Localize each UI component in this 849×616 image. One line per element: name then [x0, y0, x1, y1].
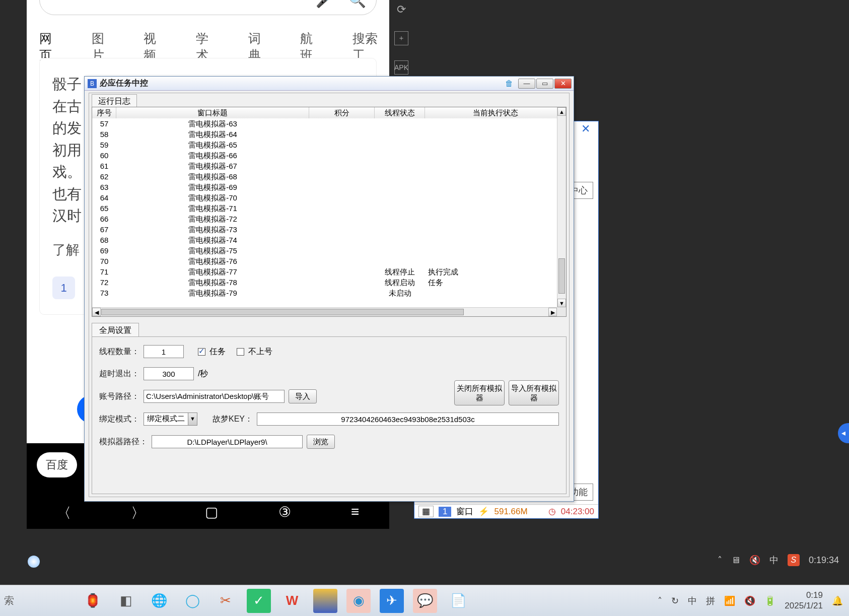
tray-wifi-icon[interactable]: 📶 [724, 595, 735, 606]
tray-ime-icon[interactable]: 中 [769, 554, 779, 566]
scroll-right-icon[interactable]: ▶ [548, 308, 557, 316]
table-row[interactable]: 68雷电模拟器-74 [92, 235, 557, 245]
side-add-icon[interactable]: ＋ [394, 31, 408, 45]
tab-run-log[interactable]: 运行日志 [92, 94, 137, 108]
col-exec[interactable]: 当前执行状态 [425, 107, 566, 118]
col-score[interactable]: 积分 [309, 107, 375, 118]
secondary-close-button[interactable]: ✕ [573, 121, 598, 136]
table-row[interactable]: 63雷电模拟器-69 [92, 182, 557, 192]
tray-sync-icon[interactable]: ↻ [671, 595, 679, 606]
task-checkbox[interactable] [198, 348, 205, 356]
edge-tab[interactable]: ◂ [838, 423, 849, 443]
scroll-up-icon[interactable]: ▲ [557, 107, 566, 116]
key-input[interactable] [257, 413, 559, 426]
taskbar-chat-icon[interactable]: ◉ [346, 589, 371, 613]
mic-icon[interactable]: 🎤 [316, 0, 333, 9]
tray-chevron-up-icon[interactable]: ˄ [718, 555, 722, 566]
threads-label: 线程数量： [99, 347, 139, 357]
overlay-orb-icon[interactable] [28, 556, 40, 568]
table-row[interactable]: 66雷电模拟器-72 [92, 214, 557, 224]
emulator-path-label: 模拟器路径： [99, 437, 148, 447]
taskbar-wps-icon[interactable]: W [280, 589, 304, 613]
table-row[interactable]: 71雷电模拟器-77线程停止执行完成 [92, 266, 557, 277]
col-seq[interactable]: 序号 [92, 107, 116, 118]
close-all-emulators-button[interactable]: 关闭所有模拟器 [454, 380, 505, 405]
col-title[interactable]: 窗口标题 [116, 107, 309, 118]
table-row[interactable]: 72雷电模拟器-78线程启动任务 [92, 277, 557, 288]
tray-monitor-icon[interactable]: 🖥 [731, 555, 740, 566]
threads-input[interactable] [144, 345, 184, 358]
nav-menu-icon[interactable]: ≡ [351, 504, 359, 523]
table-row[interactable]: 58雷电模拟器-64 [92, 129, 557, 140]
scroll-thumb[interactable] [558, 258, 565, 294]
browse-button[interactable]: 浏览 [307, 435, 335, 449]
timeout-input[interactable] [144, 367, 194, 380]
table-row[interactable]: 59雷电模拟器-65 [92, 140, 557, 150]
search-icon[interactable]: 🔍 [348, 0, 366, 9]
table-row[interactable]: 64雷电模拟器-70 [92, 192, 557, 203]
horizontal-scrollbar[interactable]: ◀ ▶ [92, 307, 557, 316]
chevron-down-icon[interactable]: ▼ [188, 413, 197, 425]
taskbar-search-text[interactable]: 索 [4, 594, 69, 607]
hscroll-thumb[interactable] [101, 309, 464, 315]
side-apk-icon[interactable]: APK [394, 60, 408, 75]
table-row[interactable]: 65雷电模拟器-71 [92, 203, 557, 214]
search-box[interactable]: 🎤 🔍 [39, 0, 377, 15]
taskbar-clock[interactable]: 0:19 2025/1/21 [785, 590, 823, 611]
taskbar-todesk-icon[interactable]: ✈ [380, 589, 404, 613]
table-row[interactable]: 73雷电模拟器-79未启动 [92, 288, 557, 298]
scroll-down-icon[interactable]: ▼ [557, 299, 566, 307]
table-row[interactable]: 67雷电模拟器-73 [92, 224, 557, 235]
table-row[interactable]: 60雷电模拟器-66 [92, 150, 557, 161]
vertical-scrollbar[interactable]: ▲ ▼ [557, 107, 566, 307]
nav-forward-icon[interactable]: 〉 [131, 504, 145, 523]
tray-battery-icon[interactable]: 🔋 [764, 595, 775, 606]
tray-chevron-icon[interactable]: ˄ [658, 595, 662, 606]
taskbar-wechat-icon[interactable]: 💬 [413, 589, 437, 613]
nav-count-icon[interactable]: ③ [278, 504, 291, 523]
baidu-pill[interactable]: 百度 [37, 452, 77, 477]
scroll-left-icon[interactable]: ◀ [92, 308, 101, 316]
taskbar-edge-icon[interactable]: 🌐 [147, 589, 171, 613]
emulator-path-input[interactable] [152, 435, 303, 448]
import-all-emulators-button[interactable]: 导入所有模拟器 [509, 380, 559, 405]
recycle-icon[interactable]: 🗑 [505, 79, 513, 88]
page-number-1[interactable]: 1 [52, 277, 75, 299]
overwolf-overlay[interactable] [28, 546, 113, 577]
account-path-input[interactable] [144, 390, 285, 403]
tray-mute-icon[interactable]: 🔇 [749, 555, 760, 566]
taskbar-taskview-icon[interactable]: ◧ [114, 589, 138, 613]
taskbar-shield-icon[interactable]: ✓ [247, 589, 271, 613]
tray-ime2[interactable]: 拼 [706, 595, 715, 607]
taskbar-browser-icon[interactable]: ◯ [180, 589, 204, 613]
tray-volume-icon[interactable]: 🔇 [744, 595, 755, 606]
nav-back-icon[interactable]: 〈 [57, 504, 71, 523]
table-row[interactable]: 69雷电模拟器-75 [92, 245, 557, 256]
no-login-checkbox[interactable] [237, 348, 244, 356]
close-button[interactable]: ✕ [554, 79, 572, 89]
side-rotate-icon[interactable]: ⟳ [397, 3, 406, 16]
table-row[interactable]: 61雷电模拟器-67 [92, 161, 557, 171]
notifications-icon[interactable]: 🔔 [832, 595, 843, 606]
listview-body[interactable]: 57雷电模拟器-6358雷电模拟器-6459雷电模拟器-6560雷电模拟器-66… [92, 118, 557, 307]
col-thread[interactable]: 线程状态 [375, 107, 425, 118]
tab-global-settings[interactable]: 全局设置 [92, 323, 139, 338]
taskbar-app1-icon[interactable] [313, 589, 337, 613]
minimize-button[interactable]: — [518, 79, 535, 89]
titlebar[interactable]: B 必应任务中控 🗑 — ▭ ✕ [85, 77, 574, 91]
maximize-button[interactable]: ▭ [536, 79, 553, 89]
taskbar-notepad-icon[interactable]: 📄 [446, 589, 470, 613]
table-row[interactable]: 57雷电模拟器-63 [92, 118, 557, 129]
nav-home-icon[interactable]: ▢ [205, 504, 218, 523]
window-body: 运行日志 序号 窗口标题 积分 线程状态 当前执行状态 57雷电模拟器-6358… [89, 93, 570, 497]
table-row[interactable]: 62雷电模拟器-68 [92, 171, 557, 182]
import-button[interactable]: 导入 [289, 389, 317, 403]
tray-sogou-icon[interactable]: S [788, 554, 800, 566]
table-row[interactable]: 70雷电模拟器-76 [92, 256, 557, 266]
taskbar-weather-icon[interactable]: 🏮 [81, 589, 105, 613]
taskbar-snip-icon[interactable]: ✂ [214, 589, 238, 613]
bind-mode-combo[interactable]: 绑定模式二 ▼ [144, 413, 197, 426]
instance-listview[interactable]: 序号 窗口标题 积分 线程状态 当前执行状态 57雷电模拟器-6358雷电模拟器… [92, 107, 567, 317]
tray-ime1[interactable]: 中 [688, 595, 697, 607]
clock-time: 0:19 [785, 590, 823, 600]
